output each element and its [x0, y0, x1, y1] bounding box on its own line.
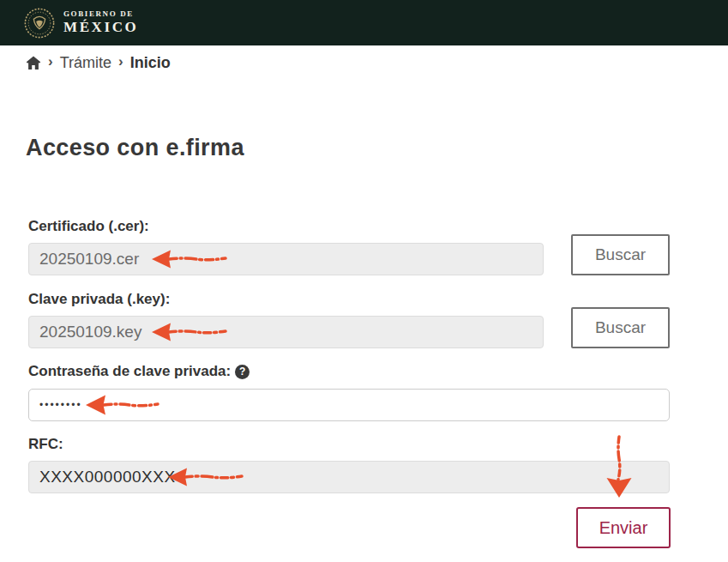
brand-line1: GOBIERNO DE	[63, 9, 138, 18]
page-title: Acceso con e.firma	[26, 135, 244, 161]
home-icon[interactable]	[26, 56, 41, 70]
private-key-input[interactable]	[28, 316, 544, 348]
breadcrumb-separator: ›	[48, 53, 53, 72]
rfc-label: RFC:	[28, 436, 63, 453]
help-icon[interactable]: ?	[235, 365, 250, 379]
certificate-input[interactable]	[28, 243, 544, 275]
gobmx-wordmark: GOBIERNO DE MÉXICO	[63, 9, 138, 36]
mexico-eagle-seal-icon	[23, 7, 56, 39]
submit-button[interactable]: Enviar	[576, 507, 671, 548]
efirma-login-page: GOBIERNO DE MÉXICO › Trámite › Inicio Ac…	[0, 0, 728, 562]
gobmx-logo[interactable]: GOBIERNO DE MÉXICO	[23, 7, 138, 39]
gobmx-header: GOBIERNO DE MÉXICO	[0, 0, 728, 45]
rfc-label-text: RFC:	[28, 436, 63, 453]
brand-line2: MÉXICO	[63, 19, 138, 36]
breadcrumb-separator: ›	[118, 53, 123, 72]
certificate-label: Certificado (.cer):	[28, 218, 149, 235]
certificate-browse-button[interactable]: Buscar	[571, 234, 670, 275]
private-key-browse-button[interactable]: Buscar	[571, 307, 670, 348]
rfc-input[interactable]	[28, 461, 670, 493]
password-input[interactable]	[28, 389, 670, 421]
breadcrumb-item-tramite[interactable]: Trámite	[60, 54, 111, 72]
password-label: Contraseña de clave privada: ?	[28, 363, 250, 380]
certificate-label-text: Certificado (.cer):	[28, 218, 149, 235]
private-key-label: Clave privada (.key):	[28, 291, 170, 308]
breadcrumb-item-inicio[interactable]: Inicio	[130, 54, 171, 72]
breadcrumb: › Trámite › Inicio	[26, 52, 171, 73]
private-key-label-text: Clave privada (.key):	[28, 291, 170, 308]
password-label-text: Contraseña de clave privada:	[28, 363, 231, 380]
